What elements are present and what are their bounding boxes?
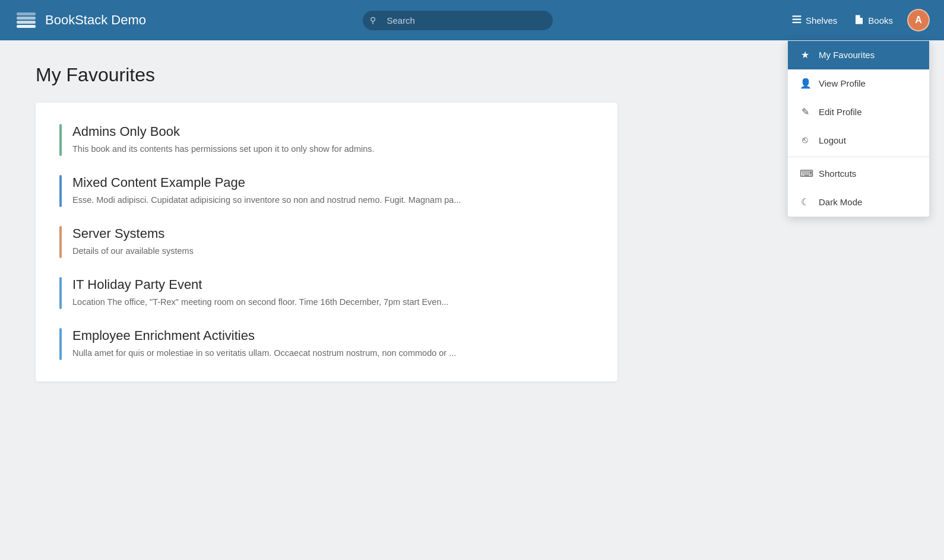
- svg-rect-5: [792, 18, 801, 20]
- fav-content-employee-enrichment-activities: Employee Enrichment Activities Nulla ame…: [72, 328, 456, 360]
- svg-rect-2: [17, 17, 36, 20]
- avatar-button[interactable]: A: [907, 9, 930, 31]
- favourites-list: Admins Only Book This book and its conte…: [59, 124, 594, 360]
- fav-name-mixed-content-example-page[interactable]: Mixed Content Example Page: [72, 175, 461, 190]
- search-input[interactable]: [363, 11, 553, 30]
- fav-content-mixed-content-example-page: Mixed Content Example Page Esse. Modi ad…: [72, 175, 461, 207]
- view-profile-label: View Profile: [819, 78, 866, 88]
- dark-mode-label: Dark Mode: [819, 197, 862, 207]
- dropdown-item-view-profile[interactable]: 👤 View Profile: [788, 69, 929, 98]
- fav-name-server-systems[interactable]: Server Systems: [72, 226, 194, 241]
- fav-content-server-systems: Server Systems Details of our available …: [72, 226, 194, 258]
- dropdown-item-dark-mode[interactable]: ☾ Dark Mode: [788, 188, 929, 217]
- fav-content-admins-only-book: Admins Only Book This book and its conte…: [72, 124, 375, 156]
- logout-icon: ⎋: [800, 135, 810, 145]
- list-item: Mixed Content Example Page Esse. Modi ad…: [59, 175, 594, 207]
- list-item: Admins Only Book This book and its conte…: [59, 124, 594, 156]
- dropdown-item-edit-profile[interactable]: ✎ Edit Profile: [788, 98, 929, 126]
- fav-content-it-holiday-party-event: IT Holiday Party Event Location The offi…: [72, 277, 449, 309]
- books-label: Books: [868, 15, 893, 26]
- page-title: My Favourites: [36, 64, 617, 86]
- fav-border-mixed-content-example-page: [59, 175, 62, 207]
- search-bar: ⚲: [363, 11, 553, 30]
- shortcuts-label: Shortcuts: [819, 168, 856, 179]
- shelves-icon: [791, 14, 802, 27]
- avatar-initials: A: [915, 15, 922, 26]
- list-item: Employee Enrichment Activities Nulla ame…: [59, 328, 594, 360]
- favourites-card: Admins Only Book This book and its conte…: [36, 103, 617, 381]
- fav-desc-employee-enrichment-activities: Nulla amet for quis or molestiae in so v…: [72, 347, 456, 360]
- moon-icon: ☾: [800, 196, 810, 208]
- list-item: IT Holiday Party Event Location The offi…: [59, 277, 594, 309]
- fav-name-employee-enrichment-activities[interactable]: Employee Enrichment Activities: [72, 328, 456, 343]
- user-dropdown-menu: ★ My Favourites 👤 View Profile ✎ Edit Pr…: [787, 40, 930, 217]
- main-content: My Favourites Admins Only Book This book…: [0, 40, 653, 405]
- dropdown-divider: [788, 157, 929, 157]
- header: BookStack Demo ⚲ Shelves Books A ★ My Fa…: [0, 0, 944, 40]
- logo-icon: [14, 8, 38, 32]
- fav-desc-it-holiday-party-event: Location The office, "T-Rex" meeting roo…: [72, 296, 449, 309]
- star-icon: ★: [800, 49, 810, 61]
- pencil-icon: ✎: [800, 106, 810, 117]
- person-icon: 👤: [800, 78, 810, 89]
- app-title: BookStack Demo: [45, 12, 146, 28]
- my-favourites-label: My Favourites: [819, 50, 875, 60]
- edit-profile-label: Edit Profile: [819, 107, 862, 117]
- fav-border-employee-enrichment-activities: [59, 328, 62, 360]
- fav-name-admins-only-book[interactable]: Admins Only Book: [72, 124, 375, 139]
- fav-desc-admins-only-book: This book and its contents has permissio…: [72, 143, 375, 156]
- header-nav: Shelves Books A: [784, 9, 930, 31]
- fav-border-admins-only-book: [59, 124, 62, 156]
- shelves-label: Shelves: [806, 15, 837, 26]
- shelves-nav-button[interactable]: Shelves: [784, 11, 844, 30]
- books-icon: [854, 14, 864, 27]
- list-item: Server Systems Details of our available …: [59, 226, 594, 258]
- dropdown-item-logout[interactable]: ⎋ Logout: [788, 126, 929, 154]
- svg-rect-3: [17, 12, 36, 15]
- logout-label: Logout: [819, 135, 846, 145]
- svg-rect-1: [17, 21, 36, 24]
- fav-name-it-holiday-party-event[interactable]: IT Holiday Party Event: [72, 277, 449, 292]
- books-nav-button[interactable]: Books: [847, 11, 900, 30]
- svg-rect-4: [792, 15, 801, 17]
- svg-rect-6: [792, 21, 801, 23]
- dropdown-item-shortcuts[interactable]: ⌨ Shortcuts: [788, 160, 929, 188]
- fav-desc-mixed-content-example-page: Esse. Modi adipisci. Cupidatat adipisici…: [72, 194, 461, 207]
- fav-border-it-holiday-party-event: [59, 277, 62, 309]
- dropdown-item-my-favourites[interactable]: ★ My Favourites: [788, 41, 929, 69]
- svg-rect-0: [17, 25, 36, 28]
- fav-desc-server-systems: Details of our available systems: [72, 245, 194, 258]
- fav-border-server-systems: [59, 226, 62, 258]
- logo-link[interactable]: BookStack Demo: [14, 8, 146, 32]
- keyboard-icon: ⌨: [800, 168, 810, 179]
